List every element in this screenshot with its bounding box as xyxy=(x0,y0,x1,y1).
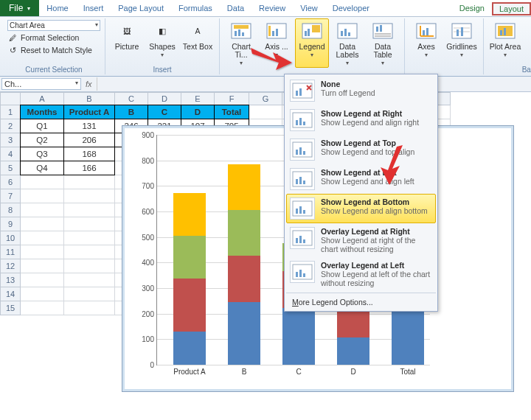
row-header[interactable]: 11 xyxy=(0,245,21,259)
column-header[interactable]: B xyxy=(64,92,115,105)
column-header[interactable]: A xyxy=(21,92,64,105)
column-header[interactable]: E xyxy=(181,92,215,105)
legend-button[interactable]: Legend▾ xyxy=(295,18,329,68)
bar-segment[interactable] xyxy=(282,308,315,365)
cell[interactable] xyxy=(21,301,64,315)
cell[interactable] xyxy=(21,231,64,245)
shapes-button[interactable]: ◧Shapes▾ xyxy=(145,18,179,60)
cell[interactable]: 166 xyxy=(63,161,115,175)
fx-icon[interactable]: fx xyxy=(86,80,92,88)
bar-segment[interactable] xyxy=(337,337,369,365)
bar-segment[interactable] xyxy=(228,164,260,210)
cell[interactable]: Product A xyxy=(63,105,115,119)
axes-button[interactable]: Axes▾ xyxy=(409,18,443,60)
legend-option[interactable]: Overlay Legend at LeftShow Legend at lef… xyxy=(286,257,436,291)
cell[interactable]: Q4 xyxy=(20,161,64,175)
cell[interactable]: Months xyxy=(20,105,64,119)
cell[interactable] xyxy=(249,105,282,119)
cell[interactable] xyxy=(21,189,64,203)
bar-segment[interactable] xyxy=(228,256,260,301)
cell[interactable] xyxy=(64,259,115,273)
text-box-button[interactable]: AText Box xyxy=(181,18,215,60)
legend-option[interactable]: Overlay Legend at RightShow Legend at ri… xyxy=(286,223,436,257)
tab-review[interactable]: Review xyxy=(251,1,293,15)
row-header[interactable]: 9 xyxy=(0,217,21,231)
cell[interactable] xyxy=(21,287,64,301)
tab-layout[interactable]: Layout xyxy=(492,2,531,15)
cell[interactable] xyxy=(21,259,64,273)
cell[interactable] xyxy=(21,245,64,259)
more-legend-options[interactable]: More Legend Options... xyxy=(286,295,436,309)
data-labels-button[interactable]: Data Labels▾ xyxy=(330,18,364,68)
legend-option[interactable]: Show Legend at LeftShow Legend and align… xyxy=(286,164,436,194)
column-header[interactable]: C xyxy=(115,92,148,105)
legend-option[interactable]: Show Legend at TopShow Legend and top al… xyxy=(286,135,436,164)
bar-segment[interactable] xyxy=(173,279,206,331)
cell[interactable] xyxy=(64,301,115,315)
tab-insert[interactable]: Insert xyxy=(76,1,111,15)
data-table-button[interactable]: Data Table▾ xyxy=(366,18,400,68)
cell[interactable]: D xyxy=(181,105,215,119)
row-header[interactable]: 13 xyxy=(0,273,21,287)
cell[interactable] xyxy=(64,217,115,231)
row-header[interactable]: 3 xyxy=(0,133,21,147)
legend-option[interactable]: NoneTurn off Legend xyxy=(286,76,436,105)
column-header[interactable]: G xyxy=(249,92,282,105)
cell[interactable] xyxy=(21,175,64,189)
picture-button[interactable]: 🖼Picture xyxy=(110,18,144,60)
row-header[interactable]: 5 xyxy=(0,161,21,175)
row-header[interactable]: 12 xyxy=(0,259,21,273)
cell[interactable] xyxy=(21,217,64,231)
cell[interactable]: Q1 xyxy=(20,119,64,133)
tab-file[interactable]: File ▾ xyxy=(0,0,39,16)
chart-element-combo[interactable]: Chart Area▾ xyxy=(7,20,100,31)
cell[interactable] xyxy=(64,231,115,245)
cell[interactable] xyxy=(64,175,115,189)
cell[interactable]: Total xyxy=(214,105,249,119)
cell[interactable] xyxy=(64,189,115,203)
tab-home[interactable]: Home xyxy=(39,1,75,15)
cell[interactable]: Q2 xyxy=(20,133,64,147)
cell[interactable]: 206 xyxy=(63,133,115,147)
cell[interactable]: 131 xyxy=(63,119,115,133)
row-header[interactable]: 15 xyxy=(0,301,21,315)
cell[interactable]: B xyxy=(114,105,148,119)
tab-design[interactable]: Design xyxy=(452,1,492,15)
cell[interactable] xyxy=(64,287,115,301)
tab-developer[interactable]: Developer xyxy=(325,1,377,15)
cell[interactable]: C xyxy=(148,105,181,119)
bar-segment[interactable] xyxy=(228,302,260,365)
row-header[interactable]: 1 xyxy=(0,105,21,119)
reset-style-button[interactable]: ↺Reset to Match Style xyxy=(7,44,100,56)
format-selection-button[interactable]: 🖉Format Selection xyxy=(7,32,100,43)
cell[interactable] xyxy=(64,245,115,259)
cell[interactable]: Q3 xyxy=(20,147,64,161)
column-header[interactable]: D xyxy=(148,92,181,105)
bar-segment[interactable] xyxy=(173,193,206,236)
cell[interactable] xyxy=(64,203,115,217)
cell[interactable] xyxy=(21,203,64,217)
row-header[interactable]: 7 xyxy=(0,189,21,203)
bar-segment[interactable] xyxy=(337,309,369,337)
legend-option[interactable]: Show Legend at BottomShow Legend and ali… xyxy=(286,194,436,223)
gridlines-button[interactable]: Gridlines▾ xyxy=(445,18,479,60)
cell[interactable] xyxy=(21,273,64,287)
plot-area-button[interactable]: Plot Area▾ xyxy=(488,18,522,60)
row-header[interactable]: 8 xyxy=(0,203,21,217)
row-header[interactable]: 2 xyxy=(0,119,21,133)
tab-page-layout[interactable]: Page Layout xyxy=(111,1,171,15)
cell[interactable]: 168 xyxy=(63,147,115,161)
name-box[interactable]: Ch...▾ xyxy=(1,78,81,90)
row-header[interactable]: 6 xyxy=(0,175,21,189)
legend-option[interactable]: Show Legend at RightShow Legend and alig… xyxy=(286,105,436,135)
cell[interactable] xyxy=(64,273,115,287)
tab-formulas[interactable]: Formulas xyxy=(171,1,220,15)
tab-data[interactable]: Data xyxy=(220,1,251,15)
tab-view[interactable]: View xyxy=(293,1,325,15)
select-all-corner[interactable] xyxy=(0,92,21,105)
row-header[interactable]: 14 xyxy=(0,287,21,301)
bar-segment[interactable] xyxy=(228,210,260,256)
bar-segment[interactable] xyxy=(173,332,206,365)
row-header[interactable]: 4 xyxy=(0,147,21,161)
column-header[interactable]: F xyxy=(215,92,249,105)
